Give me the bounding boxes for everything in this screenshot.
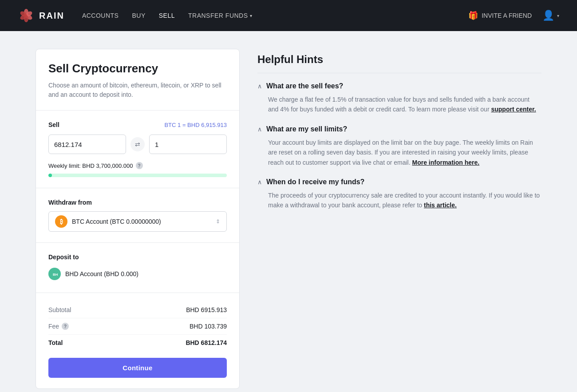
hint-chevron-sell-limits-icon: ∧	[257, 126, 262, 133]
hint-answer-sell-fees: We charge a flat fee of 1.5% of transact…	[257, 95, 541, 115]
summary-section: Subtotal BHD 6915.913 Fee ? BHD 103.739 …	[36, 293, 239, 388]
withdraw-account-select[interactable]: ₿ BTC Account (BTC 0.00000000) ⇕	[48, 211, 227, 232]
navbar: RAIN ACCOUNTS BUY SELL TRANSFER FUNDS ▾ …	[0, 0, 577, 31]
nav-transfer[interactable]: TRANSFER FUNDS ▾	[188, 12, 252, 19]
deposit-account-name: BHD Account (BHD 0.000)	[65, 270, 138, 277]
btc-account-icon: ₿	[55, 215, 67, 228]
nav-transfer-label: TRANSFER FUNDS	[188, 12, 248, 19]
nav-buy[interactable]: BUY	[132, 12, 145, 19]
weekly-limit-help-icon[interactable]: ?	[136, 162, 143, 169]
total-label: Total	[48, 339, 63, 346]
amount-row: ▲ ▼ BHD ⇄ ▲ ▼ BTC	[48, 135, 227, 154]
user-menu[interactable]: 👤 ▾	[542, 10, 559, 21]
gift-icon: 🎁	[468, 11, 478, 20]
hint-header-receive-funds[interactable]: ∧ When do I receive my funds?	[257, 178, 541, 186]
hint-chevron-receive-funds-icon: ∧	[257, 178, 262, 186]
sell-card-title: Sell Cryptocurrency	[48, 62, 227, 75]
deposit-label: Deposit to	[48, 253, 227, 261]
total-value: BHD 6812.174	[186, 339, 227, 346]
withdraw-account-name: BTC Account (BTC 0.00000000)	[72, 218, 161, 225]
svg-text:BH: BH	[53, 273, 58, 277]
brand[interactable]: RAIN	[18, 7, 64, 24]
hint-question-sell-fees: What are the sell fees?	[266, 82, 343, 90]
weekly-limit-label: Weekly limit: BHD 3,700,000.000	[48, 162, 133, 169]
deposit-account: BH BHD Account (BHD 0.000)	[48, 266, 227, 282]
bhd-amount-input[interactable]	[49, 141, 126, 148]
sell-section-header: Sell BTC 1 = BHD 6,915.913	[48, 121, 227, 128]
rain-logo-icon	[18, 7, 35, 24]
withdraw-label: Withdraw from	[48, 199, 227, 206]
hints-section: Helpful Hints ∧ What are the sell fees? …	[257, 49, 541, 389]
support-center-link[interactable]: support center.	[491, 106, 536, 113]
navbar-left: RAIN ACCOUNTS BUY SELL TRANSFER FUNDS ▾	[18, 7, 252, 24]
swap-icon[interactable]: ⇄	[130, 137, 145, 151]
subtotal-label: Subtotal	[48, 306, 71, 313]
hint-chevron-sell-fees-icon: ∧	[257, 83, 262, 90]
sell-amount-section: Sell BTC 1 = BHD 6,915.913 ▲ ▼ BHD ⇄	[36, 111, 239, 188]
subtotal-value: BHD 6915.913	[186, 306, 227, 313]
brand-name: RAIN	[39, 11, 64, 21]
withdraw-select-chevron-icon: ⇕	[216, 218, 220, 225]
deposit-section: Deposit to BH BHD Account (BHD 0.000)	[36, 243, 239, 293]
weekly-limit-fill	[48, 174, 52, 177]
fee-value: BHD 103.739	[190, 323, 227, 330]
continue-button[interactable]: Continue	[48, 358, 227, 378]
btc-input-group: ▲ ▼ BTC	[149, 135, 227, 154]
sell-label: Sell	[48, 121, 59, 128]
hint-item-sell-limits: ∧ What are my sell limits? Your account …	[257, 125, 541, 167]
sell-card-header: Sell Cryptocurrency Choose an amount of …	[36, 49, 239, 111]
hint-question-receive-funds: When do I receive my funds?	[266, 178, 364, 186]
nav-links: ACCOUNTS BUY SELL TRANSFER FUNDS ▾	[82, 12, 252, 19]
hints-title: Helpful Hints	[257, 53, 541, 66]
sell-card-desc: Choose an amount of bitcoin, ethereum, l…	[48, 81, 227, 99]
fee-label: Fee ?	[48, 323, 69, 330]
hint-header-sell-fees[interactable]: ∧ What are the sell fees?	[257, 82, 541, 90]
fee-help-icon[interactable]: ?	[62, 323, 69, 330]
chevron-down-icon: ▾	[250, 13, 253, 18]
invite-label: INVITE A FRIEND	[482, 12, 532, 19]
btc-amount-input[interactable]	[150, 141, 227, 148]
hint-item-sell-fees: ∧ What are the sell fees? We charge a fl…	[257, 82, 541, 115]
withdraw-account-left: ₿ BTC Account (BTC 0.00000000)	[55, 215, 161, 228]
main-content: Sell Cryptocurrency Choose an amount of …	[0, 31, 577, 392]
bhd-input-group: ▲ ▼ BHD	[48, 135, 126, 154]
hint-answer-receive-funds: The proceeds of your cryptocurrency sale…	[257, 190, 541, 210]
weekly-limit-progress-bar	[48, 174, 227, 177]
hint-question-sell-limits: What are my sell limits?	[266, 125, 347, 133]
hint-header-sell-limits[interactable]: ∧ What are my sell limits?	[257, 125, 541, 133]
user-icon: 👤	[542, 10, 554, 21]
nav-accounts[interactable]: ACCOUNTS	[82, 12, 119, 19]
user-chevron-icon: ▾	[557, 13, 559, 18]
this-article-link[interactable]: this article.	[424, 202, 457, 209]
rate-info: BTC 1 = BHD 6,915.913	[164, 122, 227, 128]
more-info-link[interactable]: More information here.	[412, 159, 479, 166]
limit-row: Weekly limit: BHD 3,700,000.000 ?	[48, 162, 227, 169]
bhd-account-icon: BH	[48, 268, 61, 280]
invite-friend-button[interactable]: 🎁 INVITE A FRIEND	[468, 11, 532, 20]
navbar-right: 🎁 INVITE A FRIEND 👤 ▾	[468, 10, 559, 21]
sell-card: Sell Cryptocurrency Choose an amount of …	[36, 49, 240, 389]
withdraw-section: Withdraw from ₿ BTC Account (BTC 0.00000…	[36, 188, 239, 243]
nav-sell[interactable]: SELL	[159, 12, 175, 19]
fee-row: Fee ? BHD 103.739	[48, 318, 227, 335]
hint-item-receive-funds: ∧ When do I receive my funds? The procee…	[257, 178, 541, 210]
hints-divider	[257, 73, 541, 73]
subtotal-row: Subtotal BHD 6915.913	[48, 302, 227, 318]
hint-answer-sell-limits: Your account buy limits are displayed on…	[257, 138, 541, 167]
total-row: Total BHD 6812.174	[48, 335, 227, 351]
